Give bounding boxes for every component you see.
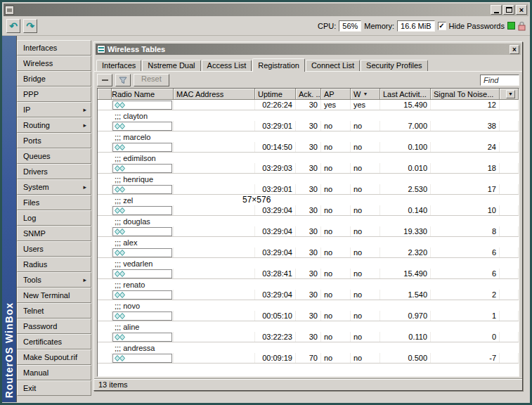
comment-row[interactable]: ;;; clayton	[98, 110, 519, 121]
column-menu-button[interactable]: ▼	[506, 90, 515, 98]
sidebar-item-bridge[interactable]: Bridge	[17, 71, 91, 86]
column-header-uptime[interactable]: Uptime	[255, 89, 296, 100]
comment-row[interactable]: ;;; alex	[98, 237, 519, 248]
comment-row[interactable]: ;;; novo	[98, 300, 519, 311]
registration-row[interactable]: 03:29:0430nono2.3206	[98, 248, 519, 258]
redo-button[interactable]: ↷	[23, 19, 37, 33]
find-input[interactable]	[480, 75, 519, 86]
radio-name-box	[112, 122, 172, 131]
ack-timeout-cell: 30	[296, 100, 321, 110]
signal-to-noise-cell: 0	[431, 332, 500, 342]
radio-name-box	[112, 164, 172, 173]
wireless-window-close-button[interactable]: ×	[510, 45, 519, 54]
radio-name-box	[112, 290, 172, 300]
comment-row[interactable]: ;;; edimilson	[98, 153, 519, 163]
sidebar-item-new-terminal[interactable]: New Terminal	[17, 288, 91, 303]
comment-row[interactable]: ;;; renato	[98, 279, 519, 290]
comment-row[interactable]: ;;; aline	[98, 321, 519, 332]
comment-row[interactable]: ;;; marcelo	[98, 131, 519, 142]
minimize-button[interactable]	[491, 5, 502, 15]
comment-row[interactable]: ;;; vedarlen	[98, 258, 519, 269]
tab-registration[interactable]: Registration	[252, 58, 305, 72]
registration-row[interactable]: 00:14:5030nono0.10024	[98, 142, 519, 153]
ap-cell: no	[321, 163, 351, 173]
filter-button[interactable]	[115, 74, 131, 86]
sidebar-item-users[interactable]: Users	[17, 241, 91, 257]
registration-row[interactable]: 03:29:0130nono2.53017	[98, 184, 519, 195]
sidebar-item-tools[interactable]: Tools▸	[17, 272, 91, 288]
maximize-button[interactable]	[503, 5, 514, 15]
comment-row[interactable]: ;;; douglas	[98, 216, 519, 226]
column-header-label: Ack. ...	[299, 90, 321, 98]
signal-to-noise-cell: 17	[431, 184, 500, 194]
sidebar-item-make-supout-rif[interactable]: Make Supout.rif	[17, 349, 91, 365]
registration-row[interactable]: 03:29:0430nono0.14010	[98, 205, 519, 216]
tab-interfaces[interactable]: Interfaces	[96, 60, 141, 71]
uptime-cell: 02:26:24	[255, 100, 296, 110]
remove-button[interactable]	[97, 74, 112, 86]
registration-row[interactable]: 03:29:0430nono1.5402	[98, 290, 519, 300]
registration-row[interactable]: 00:05:1030nono0.9701	[98, 311, 519, 321]
comment-row[interactable]: ;;; zel	[98, 195, 519, 205]
column-header-radio-name[interactable]: Radio Name	[112, 89, 174, 100]
sidebar-item-drivers[interactable]: Drivers	[17, 164, 91, 179]
registration-row[interactable]: 03:29:0330nono0.01018	[98, 163, 519, 174]
tab-security-profiles[interactable]: Security Profiles	[361, 60, 427, 71]
sidebar-item-certificates[interactable]: Certificates	[17, 334, 91, 349]
filler-cell	[500, 353, 519, 363]
wireless-window-titlebar[interactable]: Wireless Tables ×	[96, 44, 521, 55]
hide-passwords-label[interactable]: Hide Passwords	[449, 22, 505, 30]
hide-passwords-checkbox[interactable]: ✓	[438, 22, 446, 30]
column-header-col0[interactable]	[98, 89, 112, 100]
comment-row[interactable]: ;;; henrique	[98, 174, 519, 184]
sidebar-item-ip[interactable]: IP▸	[17, 102, 91, 117]
radio-name-cell	[112, 332, 174, 342]
submenu-arrow-icon: ▸	[83, 184, 86, 191]
comment-row[interactable]: ;;; andressa	[98, 342, 519, 353]
sidebar-item-snmp[interactable]: SNMP	[17, 226, 91, 241]
column-header-w[interactable]: W▼	[351, 89, 380, 100]
radio-name-box	[112, 269, 172, 278]
undo-button[interactable]: ↶	[6, 19, 20, 33]
sidebar-item-password[interactable]: Password	[17, 319, 91, 334]
sidebar-item-manual[interactable]: Manual	[17, 365, 91, 380]
sidebar-item-ppp[interactable]: PPP	[17, 86, 91, 102]
tab-nstreme-dual[interactable]: Nstreme Dual	[142, 60, 200, 71]
registration-row[interactable]: 03:22:2330nono0.1100	[98, 332, 519, 342]
sort-desc-icon: ▼	[363, 91, 368, 96]
column-header-col9[interactable]: ▼	[500, 89, 519, 100]
sidebar-item-exit[interactable]: Exit	[17, 380, 91, 396]
tab-access-list[interactable]: Access List	[202, 60, 252, 71]
sidebar-item-system[interactable]: System▸	[17, 179, 91, 195]
column-header-ack[interactable]: Ack. ...	[296, 89, 321, 100]
sidebar-item-files[interactable]: Files	[17, 195, 91, 210]
sidebar-item-wireless[interactable]: Wireless	[17, 56, 91, 71]
sidebar-item-telnet[interactable]: Telnet	[17, 303, 91, 319]
sidebar-item-queues[interactable]: Queues	[17, 148, 91, 164]
column-header-signal-to-noise[interactable]: Signal To Noise...	[431, 89, 500, 100]
sidebar-item-ports[interactable]: Ports	[17, 133, 91, 148]
column-header-last-activit[interactable]: Last Activit...	[380, 89, 431, 100]
sidebar-item-interfaces[interactable]: Interfaces	[17, 40, 91, 56]
last-activity-cell: 2.320	[380, 248, 431, 257]
sidebar-item-log[interactable]: Log	[17, 210, 91, 226]
ap-cell: no	[321, 226, 351, 236]
reset-button[interactable]: Reset	[134, 74, 169, 86]
registration-row[interactable]: 00:09:1970nono0.500-7	[98, 353, 519, 364]
registration-row[interactable]: 03:29:0430nono19.3308	[98, 226, 519, 237]
comment-text: ;;; alex	[112, 237, 140, 248]
last-activity-cell: 19.330	[380, 226, 431, 236]
column-header-label: Uptime	[258, 90, 283, 98]
column-header-label: Signal To Noise...	[434, 90, 493, 98]
close-button[interactable]: ×	[516, 5, 527, 15]
app-titlebar[interactable]: ×	[4, 4, 528, 16]
sidebar-item-radius[interactable]: Radius	[17, 257, 91, 272]
checkmark-icon: ✓	[439, 22, 444, 30]
tab-connect-list[interactable]: Connect List	[306, 60, 360, 71]
registration-row[interactable]: 03:28:4130nono15.4906	[98, 269, 519, 279]
registration-row[interactable]: 02:26:2430yesyes15.49012	[98, 100, 519, 110]
sidebar-item-routing[interactable]: Routing▸	[17, 117, 91, 133]
registration-row[interactable]: 03:29:0130nono7.00038	[98, 121, 519, 131]
column-header-mac-address[interactable]: MAC Address	[174, 89, 255, 100]
column-header-ap[interactable]: AP	[321, 89, 351, 100]
